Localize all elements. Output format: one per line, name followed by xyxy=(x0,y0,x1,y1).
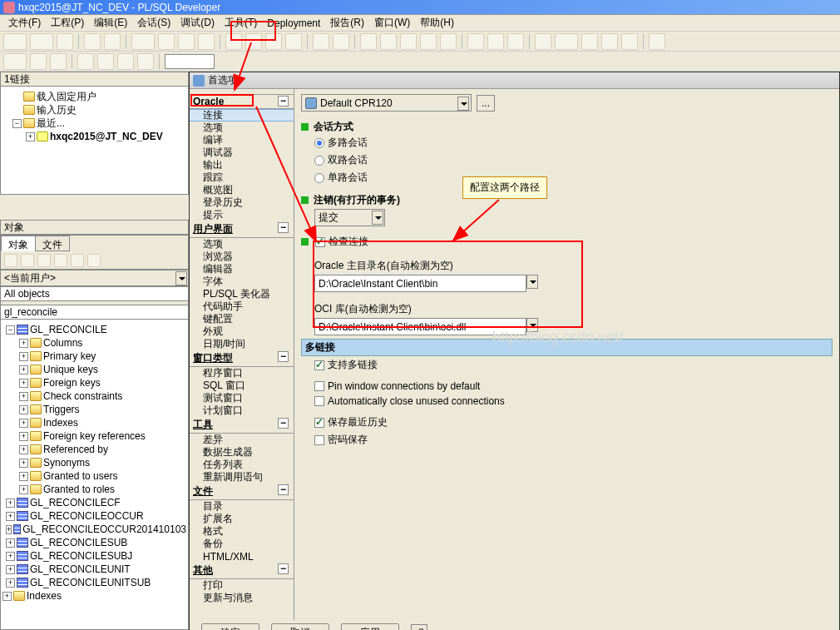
execute-button[interactable] xyxy=(131,33,155,50)
node-referenced-by[interactable]: Referenced by xyxy=(43,444,108,455)
cancel-button[interactable]: 取消 xyxy=(271,623,329,630)
tb-btn-s[interactable] xyxy=(621,33,638,50)
cat-key-config[interactable]: 键配置 xyxy=(190,313,294,325)
cat-datagen[interactable]: 数据生成器 xyxy=(190,446,294,459)
cat-appearance[interactable]: 外观 xyxy=(190,325,294,338)
expand-toggle[interactable]: + xyxy=(19,405,28,414)
cat-login-history[interactable]: 登录历史 xyxy=(190,196,294,209)
mt-btn-c[interactable] xyxy=(37,254,51,267)
link-history[interactable]: 输入历史 xyxy=(37,103,77,117)
tb2-btn-c[interactable] xyxy=(50,53,67,70)
menu-file[interactable]: 文件(F) xyxy=(3,16,46,30)
cat-code-assistant[interactable]: 代码助手 xyxy=(190,300,294,313)
check-connection-checkbox[interactable] xyxy=(315,237,325,247)
node-columns[interactable]: Columns xyxy=(43,337,82,349)
tab-files[interactable]: 文件 xyxy=(35,236,70,251)
cat-tasklist[interactable]: 任务列表 xyxy=(190,459,294,471)
ok-button[interactable]: 确定 xyxy=(201,623,259,630)
redo-button[interactable] xyxy=(104,33,121,50)
object-filter-input[interactable]: gl_reconcile xyxy=(0,305,189,320)
tb-btn-l[interactable] xyxy=(467,33,484,50)
tb2-btn-g[interactable] xyxy=(137,53,154,70)
autoclose-checkbox[interactable] xyxy=(314,396,324,406)
pin-connections-checkbox[interactable] xyxy=(314,381,324,391)
tb-btn-r[interactable] xyxy=(601,33,618,50)
cat-program-window[interactable]: 程序窗口 xyxy=(190,367,294,379)
collapse-icon[interactable]: − xyxy=(278,222,289,233)
radio-multi-session[interactable] xyxy=(314,138,324,148)
cat-html-xml[interactable]: HTML/XML xyxy=(190,550,294,563)
tb-btn-e[interactable] xyxy=(313,33,329,50)
mt-btn-f[interactable] xyxy=(87,254,101,267)
menu-report[interactable]: 报告(R) xyxy=(325,16,369,30)
node-indexes[interactable]: Indexes xyxy=(43,417,78,429)
cat-compile[interactable]: 编译 xyxy=(190,134,294,146)
save-password-checkbox[interactable] xyxy=(314,435,324,445)
tab-objects[interactable]: 对象 xyxy=(1,236,36,251)
tb2-btn-f[interactable] xyxy=(117,53,134,70)
node-granted-roles[interactable]: Granted to roles xyxy=(43,484,115,495)
radio-dual-session[interactable] xyxy=(314,156,324,166)
profile-combo[interactable]: Default CPR120 xyxy=(301,94,472,112)
table-gl-reconcileoccur[interactable]: GL_RECONCILEOCCUR xyxy=(30,510,144,522)
cat-format[interactable]: 格式 xyxy=(190,525,294,538)
tb2-btn-d[interactable] xyxy=(77,53,94,70)
node-foreign-keys[interactable]: Foreign keys xyxy=(43,377,101,389)
expand-toggle[interactable]: + xyxy=(19,472,28,481)
expand-toggle[interactable]: + xyxy=(6,499,15,508)
expand-toggle[interactable]: + xyxy=(19,392,28,401)
collapse-icon[interactable]: − xyxy=(278,418,289,429)
cat-diff[interactable]: 差异 xyxy=(190,434,294,446)
mt-btn-b[interactable] xyxy=(21,254,34,267)
node-foreign-key-refs[interactable]: Foreign key references xyxy=(43,430,146,442)
menu-edit[interactable]: 编辑(E) xyxy=(89,16,132,30)
expand-toggle[interactable]: − xyxy=(12,119,22,128)
tb-btn-k[interactable] xyxy=(440,33,457,50)
expand-toggle[interactable]: + xyxy=(19,459,28,468)
cat-tools[interactable]: 工具− xyxy=(190,417,294,434)
table-gl-reconcilesub[interactable]: GL_RECONCILESUB xyxy=(30,537,127,548)
tb-btn-f[interactable] xyxy=(333,33,349,50)
expand-toggle[interactable]: + xyxy=(19,485,28,494)
tb-btn-b[interactable] xyxy=(245,33,262,50)
expand-toggle[interactable]: + xyxy=(6,565,15,574)
cat-hints[interactable]: 提示 xyxy=(190,209,294,221)
cat-window-type[interactable]: 窗口类型− xyxy=(190,350,294,367)
tb-btn-j[interactable] xyxy=(420,33,437,50)
cat-sql-window[interactable]: SQL 窗口 xyxy=(190,379,294,392)
mt-btn-e[interactable] xyxy=(71,254,84,267)
cat-ui[interactable]: 用户界面− xyxy=(190,221,294,238)
commit-button[interactable] xyxy=(178,33,195,50)
rollback-button[interactable] xyxy=(198,33,215,50)
support-multiconn-checkbox[interactable] xyxy=(314,360,324,370)
cat-files[interactable]: 文件− xyxy=(190,484,294,500)
cat-plan-window[interactable]: 计划窗口 xyxy=(190,404,294,417)
expand-toggle[interactable]: + xyxy=(26,132,35,141)
tb-btn-m[interactable] xyxy=(487,33,504,50)
cat-directory[interactable]: 目录 xyxy=(190,500,294,513)
expand-toggle[interactable]: + xyxy=(19,379,28,388)
cat-editor[interactable]: 编辑器 xyxy=(190,263,294,275)
all-objects-row[interactable]: All objects xyxy=(0,286,189,301)
table-gl-reconcileunit[interactable]: GL_RECONCILEUNIT xyxy=(30,563,131,575)
cat-backup[interactable]: 备份 xyxy=(190,538,294,550)
node-triggers[interactable]: Triggers xyxy=(43,404,80,415)
collapse-icon[interactable]: − xyxy=(278,563,289,574)
table-gl-reconcilesubj[interactable]: GL_RECONCILESUBJ xyxy=(30,550,132,562)
menu-tools[interactable]: 工具(T) xyxy=(220,16,262,30)
tb2-btn-b[interactable] xyxy=(30,53,47,70)
tb-btn-d[interactable] xyxy=(285,33,302,50)
cat-output[interactable]: 输出 xyxy=(190,159,294,171)
menu-help[interactable]: 帮助(H) xyxy=(415,16,459,30)
tb-btn-t[interactable] xyxy=(649,33,665,50)
node-granted-users[interactable]: Granted to users xyxy=(43,470,117,482)
mini-dropdown[interactable] xyxy=(165,54,215,69)
profile-ellipsis-button[interactable]: ... xyxy=(477,95,495,112)
tb-btn-h[interactable] xyxy=(380,33,397,50)
printer-icon[interactable]: 🖨 xyxy=(411,624,427,630)
tb-btn-c[interactable] xyxy=(265,33,282,50)
node-check-constraints[interactable]: Check constraints xyxy=(43,390,122,402)
tb-btn-o[interactable] xyxy=(535,33,551,50)
tb-btn-q[interactable] xyxy=(581,33,598,50)
oracle-home-input[interactable]: D:\Oracle\Instant Client\bin xyxy=(314,275,526,292)
